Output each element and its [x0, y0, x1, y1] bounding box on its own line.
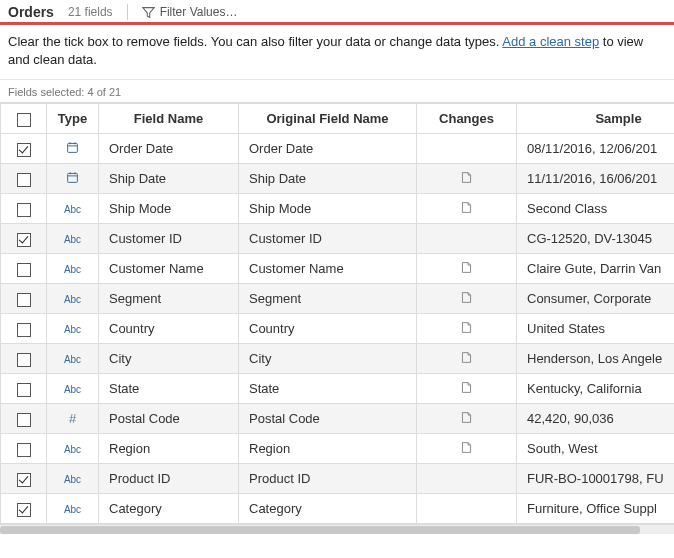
- field-name-cell[interactable]: Product ID: [99, 464, 239, 494]
- row-type-cell[interactable]: Abc: [47, 314, 99, 344]
- change-indicator-icon: [460, 261, 473, 274]
- info-pre: Clear the tick box to remove fields. You…: [8, 34, 502, 49]
- horizontal-scrollbar[interactable]: [0, 524, 674, 534]
- abc-icon: Abc: [64, 264, 81, 275]
- original-field-name-cell: Postal Code: [239, 404, 417, 434]
- header-original-field-name[interactable]: Original Field Name: [239, 104, 417, 134]
- field-name-cell[interactable]: Customer Name: [99, 254, 239, 284]
- row-type-cell[interactable]: Abc: [47, 194, 99, 224]
- sample-cell: Henderson, Los Angele: [517, 344, 675, 374]
- sample-cell: Second Class: [517, 194, 675, 224]
- sample-cell: South, West: [517, 434, 675, 464]
- table-row: Order DateOrder Date08/11/2016, 12/06/20…: [1, 134, 675, 164]
- row-type-cell[interactable]: [47, 134, 99, 164]
- table-header-row: Type Field Name Original Field Name Chan…: [1, 104, 675, 134]
- abc-icon: Abc: [64, 324, 81, 335]
- sample-cell: CG-12520, DV-13045: [517, 224, 675, 254]
- row-checkbox[interactable]: [17, 383, 31, 397]
- original-field-name-cell: Ship Mode: [239, 194, 417, 224]
- sample-cell: Kentucky, California: [517, 374, 675, 404]
- abc-icon: Abc: [64, 234, 81, 245]
- fields-table-scroll[interactable]: Type Field Name Original Field Name Chan…: [0, 102, 674, 524]
- header-field-name[interactable]: Field Name: [99, 104, 239, 134]
- row-checkbox-cell: [1, 224, 47, 254]
- row-type-cell[interactable]: Abc: [47, 284, 99, 314]
- original-field-name-cell: Category: [239, 494, 417, 524]
- row-checkbox-cell: [1, 374, 47, 404]
- table-title: Orders: [8, 4, 54, 20]
- header-type[interactable]: Type: [47, 104, 99, 134]
- header-changes[interactable]: Changes: [417, 104, 517, 134]
- row-type-cell[interactable]: [47, 164, 99, 194]
- header-sample[interactable]: Sample: [517, 104, 675, 134]
- field-name-cell[interactable]: State: [99, 374, 239, 404]
- calendar-icon: [66, 171, 79, 184]
- table-row: AbcProduct IDProduct IDFUR-BO-10001798, …: [1, 464, 675, 494]
- field-name-cell[interactable]: Postal Code: [99, 404, 239, 434]
- abc-icon: Abc: [64, 384, 81, 395]
- change-indicator-icon: [460, 201, 473, 214]
- row-type-cell[interactable]: Abc: [47, 434, 99, 464]
- field-name-cell[interactable]: Order Date: [99, 134, 239, 164]
- sample-cell: 08/11/2016, 12/06/201: [517, 134, 675, 164]
- header-checkbox-cell: [1, 104, 47, 134]
- sample-cell: FUR-BO-10001798, FU: [517, 464, 675, 494]
- row-type-cell[interactable]: Abc: [47, 494, 99, 524]
- row-checkbox[interactable]: [17, 293, 31, 307]
- row-checkbox[interactable]: [17, 353, 31, 367]
- changes-cell: [417, 344, 517, 374]
- filter-values-button[interactable]: Filter Values…: [142, 5, 238, 19]
- row-type-cell[interactable]: Abc: [47, 344, 99, 374]
- field-name-cell[interactable]: Ship Date: [99, 164, 239, 194]
- field-name-cell[interactable]: Customer ID: [99, 224, 239, 254]
- info-message: Clear the tick box to remove fields. You…: [0, 25, 674, 80]
- row-checkbox[interactable]: [17, 233, 31, 247]
- row-type-cell[interactable]: Abc: [47, 374, 99, 404]
- original-field-name-cell: Product ID: [239, 464, 417, 494]
- original-field-name-cell: Order Date: [239, 134, 417, 164]
- field-name-cell[interactable]: Region: [99, 434, 239, 464]
- funnel-icon: [142, 6, 155, 19]
- row-type-cell[interactable]: Abc: [47, 254, 99, 284]
- row-type-cell[interactable]: #: [47, 404, 99, 434]
- divider: [127, 4, 128, 20]
- row-checkbox[interactable]: [17, 173, 31, 187]
- row-checkbox-cell: [1, 314, 47, 344]
- original-field-name-cell: Customer ID: [239, 224, 417, 254]
- row-checkbox[interactable]: [17, 413, 31, 427]
- table-row: AbcShip ModeShip ModeSecond Class: [1, 194, 675, 224]
- change-indicator-icon: [460, 381, 473, 394]
- field-name-cell[interactable]: Category: [99, 494, 239, 524]
- svg-rect-0: [68, 143, 78, 152]
- fields-table: Type Field Name Original Field Name Chan…: [0, 103, 674, 524]
- row-checkbox[interactable]: [17, 203, 31, 217]
- row-checkbox[interactable]: [17, 473, 31, 487]
- add-clean-step-link[interactable]: Add a clean step: [502, 34, 599, 49]
- field-name-cell[interactable]: City: [99, 344, 239, 374]
- abc-icon: Abc: [64, 504, 81, 515]
- filter-values-label: Filter Values…: [160, 5, 238, 19]
- row-checkbox[interactable]: [17, 503, 31, 517]
- field-name-cell[interactable]: Segment: [99, 284, 239, 314]
- scrollbar-thumb[interactable]: [0, 526, 640, 534]
- table-row: Ship DateShip Date11/11/2016, 16/06/201: [1, 164, 675, 194]
- table-row: AbcCustomer NameCustomer NameClaire Gute…: [1, 254, 675, 284]
- row-checkbox-cell: [1, 494, 47, 524]
- field-name-cell[interactable]: Ship Mode: [99, 194, 239, 224]
- row-checkbox[interactable]: [17, 143, 31, 157]
- change-indicator-icon: [460, 411, 473, 424]
- row-checkbox[interactable]: [17, 323, 31, 337]
- row-checkbox-cell: [1, 404, 47, 434]
- select-all-checkbox[interactable]: [17, 113, 31, 127]
- row-checkbox-cell: [1, 434, 47, 464]
- field-name-cell[interactable]: Country: [99, 314, 239, 344]
- row-checkbox[interactable]: [17, 443, 31, 457]
- row-type-cell[interactable]: Abc: [47, 464, 99, 494]
- field-count: 21 fields: [68, 5, 113, 19]
- svg-rect-4: [68, 173, 78, 182]
- row-type-cell[interactable]: Abc: [47, 224, 99, 254]
- row-checkbox-cell: [1, 284, 47, 314]
- sample-cell: United States: [517, 314, 675, 344]
- row-checkbox[interactable]: [17, 263, 31, 277]
- original-field-name-cell: City: [239, 344, 417, 374]
